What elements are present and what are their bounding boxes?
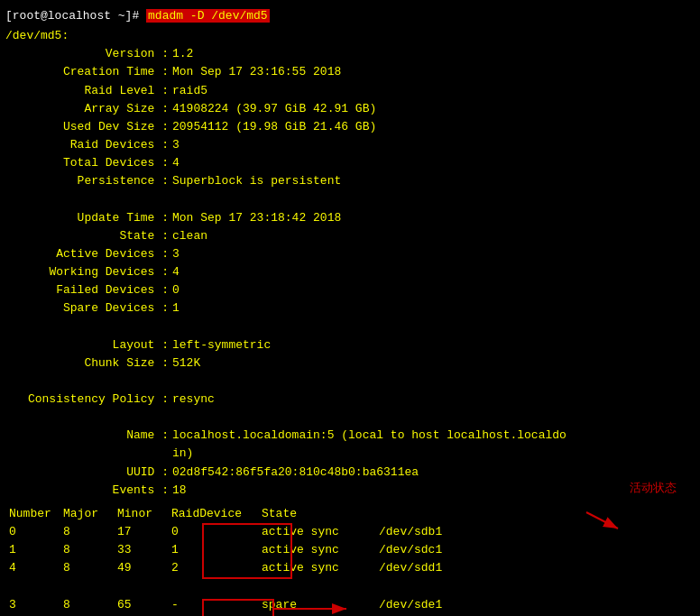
table-row: 1 8 33 1 active sync /dev/sdc1	[9, 541, 695, 559]
cell-raiddev: 1	[171, 541, 262, 559]
prompt-line: [root@localhost ~]# mdadm -D /dev/md5	[5, 7, 695, 25]
info-row: Layout : left-symmetric	[5, 336, 695, 354]
cell-dev: /dev/sdc1	[379, 541, 442, 559]
cell-raiddev: 0	[171, 523, 262, 541]
cell-minor: 49	[117, 559, 171, 577]
cell-number: 4	[9, 559, 63, 577]
info-row: UUID : 02d8f542:86f5fa20:810c48b0:ba6311…	[5, 464, 695, 482]
command-text: mdadm -D /dev/md5	[146, 9, 270, 23]
table-row: 3 8 65 - spare /dev/sde1	[9, 596, 695, 614]
cell-raiddev: -	[171, 596, 262, 614]
cell-major: 8	[63, 541, 117, 559]
prompt-text: [root@localhost ~]#	[5, 9, 139, 23]
info-row: Chunk Size : 512K	[5, 354, 695, 372]
cell-minor: 17	[117, 523, 171, 541]
cell-number: 1	[9, 541, 63, 559]
info-row: Working Devices : 4	[5, 263, 695, 281]
info-row: Persistence : Superblock is persistent	[5, 172, 695, 190]
cell-number: 0	[9, 523, 63, 541]
raid-table: Number Major Minor RaidDevice State 0 8 …	[5, 505, 695, 614]
table-header: Number Major Minor RaidDevice State	[9, 505, 695, 523]
cell-raiddev: 2	[171, 559, 262, 577]
info-row: Spare Devices : 1	[5, 299, 695, 317]
cell-major: 8	[63, 559, 117, 577]
col-raiddev-header: RaidDevice	[171, 505, 262, 523]
cell-dev: /dev/sdd1	[379, 559, 442, 577]
blank-line	[5, 577, 695, 595]
cell-major: 8	[63, 596, 117, 614]
cell-state: active sync	[262, 523, 379, 541]
info-row: Version : 1.2	[5, 45, 695, 63]
info-row: Consistency Policy : resync	[5, 391, 695, 409]
col-major-header: Major	[63, 505, 117, 523]
table-row: 0 8 17 0 active sync /dev/sdb1	[9, 523, 695, 541]
col-minor-header: Minor	[117, 505, 171, 523]
cell-number: 3	[9, 596, 63, 614]
info-row: Raid Devices : 3	[5, 136, 695, 154]
info-row: Raid Level : raid5	[5, 82, 695, 100]
info-row: Used Dev Size : 20954112 (19.98 GiB 21.4…	[5, 118, 695, 136]
info-row: Failed Devices : 0	[5, 281, 695, 299]
annotation-label: 活动状态	[630, 480, 677, 498]
cell-minor: 65	[117, 596, 171, 614]
cell-dev: /dev/sde1	[379, 596, 442, 614]
cell-state: spare	[262, 596, 379, 614]
cell-state: active sync	[262, 559, 379, 577]
info-row: Array Size : 41908224 (39.97 GiB 42.91 G…	[5, 100, 695, 118]
info-row: Name : localhost.localdomain:5 (local to…	[5, 427, 695, 445]
blank-line	[5, 409, 695, 427]
cell-dev: /dev/sdb1	[379, 523, 442, 541]
cell-minor: 33	[117, 541, 171, 559]
cell-major: 8	[63, 523, 117, 541]
col-state-header: State	[262, 505, 379, 523]
info-row: Creation Time : Mon Sep 17 23:16:55 2018	[5, 63, 695, 81]
blank-line	[5, 317, 695, 336]
info-row: Total Devices : 4	[5, 154, 695, 172]
table-row: 4 8 49 2 active sync /dev/sdd1	[9, 559, 695, 577]
info-row: Active Devices : 3	[5, 245, 695, 263]
terminal: [root@localhost ~]# mdadm -D /dev/md5 /d…	[0, 0, 700, 616]
info-block: Version : 1.2 Creation Time : Mon Sep 17…	[5, 45, 695, 500]
blank-line	[5, 372, 695, 391]
col-number-header: Number	[9, 505, 63, 523]
info-row: in)	[5, 445, 695, 463]
info-row: Update Time : Mon Sep 17 23:18:42 2018	[5, 209, 695, 227]
info-row: State : clean	[5, 227, 695, 245]
cell-state: active sync	[262, 541, 379, 559]
info-row: Events : 18	[5, 482, 695, 500]
blank-line	[5, 190, 695, 208]
device-line: /dev/md5:	[5, 27, 695, 45]
